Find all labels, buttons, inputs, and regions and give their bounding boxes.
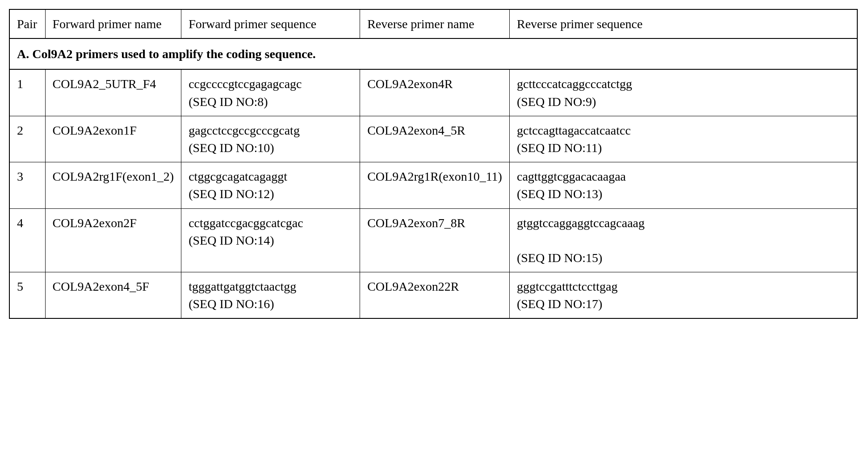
fwd-seq-1: ccgccccgtccgagagcagc(SEQ ID NO:8)	[181, 69, 360, 116]
fwd-name-3: COL9A2rg1F(exon1_2)	[45, 162, 181, 208]
header-rev-seq: Reverse primer sequence	[509, 9, 857, 38]
primer-table: Pair Forward primer name Forward primer …	[9, 9, 858, 319]
pair-1: 1	[9, 69, 45, 116]
header-pair: Pair	[9, 9, 45, 38]
fwd-seq-4: cctggatccgacggcatcgac(SEQ ID NO:14)	[181, 208, 360, 272]
table-row: 5 COL9A2exon4_5F tgggattgatggtctaactgg(S…	[9, 272, 857, 319]
fwd-seq-5: tgggattgatggtctaactgg(SEQ ID NO:16)	[181, 272, 360, 319]
rev-name-1: COL9A2exon4R	[360, 69, 510, 116]
table-row: 4 COL9A2exon2F cctggatccgacggcatcgac(SEQ…	[9, 208, 857, 272]
fwd-name-5: COL9A2exon4_5F	[45, 272, 181, 319]
rev-seq-1: gcttcccatcaggcccatctgg(SEQ ID NO:9)	[509, 69, 857, 116]
rev-name-2: COL9A2exon4_5R	[360, 116, 510, 162]
fwd-name-1: COL9A2_5UTR_F4	[45, 69, 181, 116]
pair-5: 5	[9, 272, 45, 319]
main-table-container: Pair Forward primer name Forward primer …	[9, 9, 858, 319]
rev-seq-3: cagttggtcggacacaagaa(SEQ ID NO:13)	[509, 162, 857, 208]
rev-name-4: COL9A2exon7_8R	[360, 208, 510, 272]
header-fwd-seq: Forward primer sequence	[181, 9, 360, 38]
pair-3: 3	[9, 162, 45, 208]
rev-name-5: COL9A2exon22R	[360, 272, 510, 319]
header-rev-name: Reverse primer name	[360, 9, 510, 38]
fwd-seq-2: gagcctccgccgcccgcatg(SEQ ID NO:10)	[181, 116, 360, 162]
rev-seq-5: gggtccgatttctccttgag(SEQ ID NO:17)	[509, 272, 857, 319]
pair-2: 2	[9, 116, 45, 162]
fwd-name-2: COL9A2exon1F	[45, 116, 181, 162]
rev-seq-2: gctccagttagaccatcaatcc(SEQ ID NO:11)	[509, 116, 857, 162]
table-row: 2 COL9A2exon1F gagcctccgccgcccgcatg(SEQ …	[9, 116, 857, 162]
fwd-name-4: COL9A2exon2F	[45, 208, 181, 272]
table-row: 1 COL9A2_5UTR_F4 ccgccccgtccgagagcagc(SE…	[9, 69, 857, 116]
rev-name-3: COL9A2rg1R(exon10_11)	[360, 162, 510, 208]
section-a-label: A. Col9A2 primers used to amplify the co…	[9, 38, 857, 69]
header-fwd-name: Forward primer name	[45, 9, 181, 38]
table-row: 3 COL9A2rg1F(exon1_2) ctggcgcagatcagaggt…	[9, 162, 857, 208]
section-a-header: A. Col9A2 primers used to amplify the co…	[9, 38, 857, 69]
header-row: Pair Forward primer name Forward primer …	[9, 9, 857, 38]
rev-seq-4: gtggtccaggaggtccagcaaag(SEQ ID NO:15)	[509, 208, 857, 272]
pair-4: 4	[9, 208, 45, 272]
fwd-seq-3: ctggcgcagatcagaggt(SEQ ID NO:12)	[181, 162, 360, 208]
